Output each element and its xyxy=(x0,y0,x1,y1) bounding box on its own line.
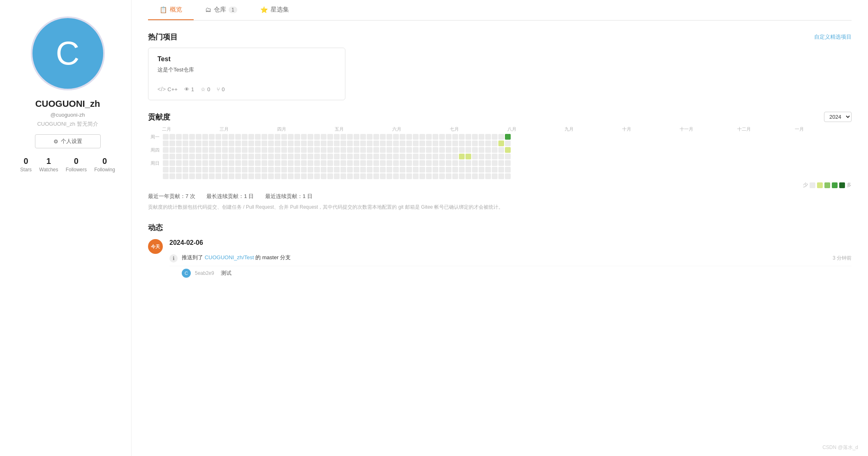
grid-cell xyxy=(406,134,412,140)
grid-cell xyxy=(301,167,307,173)
grid-cell xyxy=(347,147,353,153)
grid-cell xyxy=(169,140,175,146)
grid-cell xyxy=(229,160,234,166)
grid-cell xyxy=(189,134,195,140)
grid-cell xyxy=(485,160,491,166)
grid-cell xyxy=(459,160,465,166)
grid-cell xyxy=(235,154,241,159)
grid-cell xyxy=(255,147,261,153)
grid-col xyxy=(465,134,471,179)
grid-cell xyxy=(255,173,261,179)
tab-stars[interactable]: ⭐ 星选集 xyxy=(249,0,301,20)
month-label: 十一月 xyxy=(679,126,736,132)
grid-cell xyxy=(419,160,425,166)
grid-cell xyxy=(367,167,373,173)
grid-cell xyxy=(275,147,280,153)
contrib-body: 周一周四周日 xyxy=(148,134,852,179)
grid-cell xyxy=(163,154,169,159)
tab-overview[interactable]: 📋 概览 xyxy=(148,0,194,20)
grid-cell xyxy=(176,134,182,140)
grid-cell xyxy=(288,160,294,166)
grid-cell xyxy=(288,154,294,159)
grid-cell xyxy=(262,134,267,140)
activity-repo-link[interactable]: CUOGUONI_zh/Test xyxy=(205,254,254,260)
grid-cell xyxy=(459,147,465,153)
grid-cell xyxy=(452,134,458,140)
grid-cell xyxy=(262,167,267,173)
repo-name[interactable]: Test xyxy=(157,55,336,63)
grid-cell xyxy=(308,134,313,140)
grid-cell xyxy=(248,140,254,146)
grid-cell xyxy=(314,160,320,166)
popular-projects-title: 热门项目 xyxy=(148,32,178,42)
grid-col xyxy=(268,134,274,179)
grid-cell xyxy=(215,167,221,173)
grid-cell xyxy=(301,154,307,159)
grid-cell xyxy=(360,173,366,179)
grid-cell xyxy=(294,134,300,140)
grid-cell xyxy=(393,173,399,179)
grid-cell xyxy=(367,140,373,146)
grid-cell xyxy=(472,147,478,153)
grid-cell xyxy=(275,173,280,179)
grid-cell xyxy=(222,167,228,173)
grid-cell xyxy=(433,134,438,140)
grid-cell xyxy=(327,134,333,140)
legend-cell-3 xyxy=(832,182,838,188)
grid-cell xyxy=(169,134,175,140)
grid-cell xyxy=(308,160,313,166)
repo-language: </> C++ xyxy=(157,86,178,92)
grid-cell xyxy=(308,140,313,146)
grid-cell xyxy=(321,167,326,173)
grid-cell xyxy=(294,140,300,146)
stat-following[interactable]: 0 Following xyxy=(94,157,115,173)
grid-cell xyxy=(222,154,228,159)
grid-cell xyxy=(196,147,201,153)
main-content: 📋 概览 🗂 仓库 1 ⭐ 星选集 热门项目 自定义精选项目 Test 这是个T… xyxy=(132,0,868,456)
grid-cell xyxy=(248,167,254,173)
grid-cell xyxy=(413,167,419,173)
grid-cell xyxy=(387,154,392,159)
grid-cell xyxy=(354,147,359,153)
grid-cell xyxy=(314,173,320,179)
customize-link[interactable]: 自定义精选项目 xyxy=(814,33,852,41)
grid-cell xyxy=(189,167,195,173)
grid-cell xyxy=(465,154,471,159)
grid-cell xyxy=(215,134,221,140)
grid-cell xyxy=(196,167,201,173)
repo-stars: ☆ 0 xyxy=(201,86,210,92)
grid-cell xyxy=(242,154,248,159)
stat-stars[interactable]: 0 Stars xyxy=(20,157,32,173)
grid-col xyxy=(347,134,353,179)
grid-cell xyxy=(387,147,392,153)
grid-cell xyxy=(262,140,267,146)
activity-group-0: 今天 2024-02-06 ℹ 推送到了 CUOGUONI_zh/Test xyxy=(148,239,852,280)
grid-cell xyxy=(452,154,458,159)
grid-cell xyxy=(202,140,208,146)
grid-cell xyxy=(176,154,182,159)
grid-cell xyxy=(479,173,484,179)
settings-button[interactable]: ⚙ 个人设置 xyxy=(35,134,101,148)
grid-cell xyxy=(360,167,366,173)
grid-cell xyxy=(400,160,405,166)
grid-cell xyxy=(354,134,359,140)
stats-row: 0 Stars 1 Watches 0 Followers 0 Followin… xyxy=(16,157,119,173)
stat-watches[interactable]: 1 Watches xyxy=(39,157,58,173)
grid-col xyxy=(275,134,280,179)
month-label: 十二月 xyxy=(736,126,794,132)
row-label: 周四 xyxy=(148,147,160,153)
grid-cell xyxy=(294,173,300,179)
grid-cell xyxy=(229,134,234,140)
grid-cell xyxy=(281,140,287,146)
tab-repos[interactable]: 🗂 仓库 1 xyxy=(194,0,249,20)
grid-cell xyxy=(229,173,234,179)
grid-cell xyxy=(433,140,438,146)
grid-cell xyxy=(308,167,313,173)
stat-followers[interactable]: 0 Followers xyxy=(66,157,87,173)
grid-col xyxy=(354,134,359,179)
year-select[interactable]: 2024 2023 xyxy=(824,112,852,122)
grid-cell xyxy=(209,160,215,166)
legend-many-label: 多 xyxy=(847,182,852,189)
grid-cell xyxy=(235,173,241,179)
grid-cell xyxy=(354,154,359,159)
